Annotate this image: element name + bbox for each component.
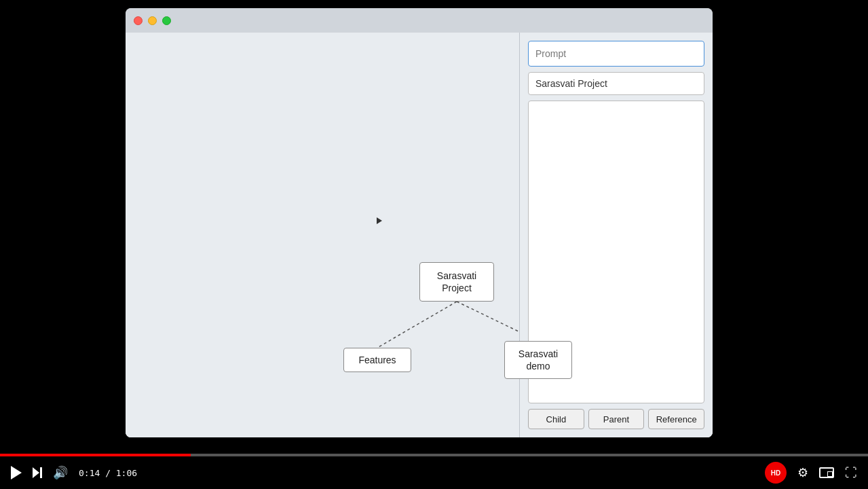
action-buttons: Child Parent Reference [528,409,704,429]
play-button[interactable] [11,466,22,479]
gear-icon: ⚙ [797,465,808,480]
skip-icon [33,467,42,478]
progress-fill [0,454,191,456]
svg-line-1 [457,302,519,341]
hd-badge[interactable]: HD [765,462,787,484]
video-container: SarasvatiProject Features Sarasvatidemo [0,0,868,489]
minimize-button[interactable] [148,16,157,25]
skip-triangle [33,467,39,478]
hd-circle: HD [765,462,787,484]
svg-line-0 [377,302,457,348]
skip-bar [40,467,42,478]
close-button[interactable] [134,16,143,25]
miniplayer-button[interactable] [819,467,834,478]
skip-button[interactable] [33,467,42,478]
video-frame: SarasvatiProject Features Sarasvatidemo [0,0,868,489]
maximize-button[interactable] [162,16,171,25]
prompt-input[interactable] [528,41,704,67]
time-display: 0:14 / 1:06 [79,468,137,478]
demo-node[interactable]: Sarasvatidemo [504,341,572,379]
demo-node-label: Sarasvatidemo [518,348,558,372]
settings-button[interactable]: ⚙ [797,465,808,480]
play-icon [11,466,22,479]
features-node[interactable]: Features [343,348,411,372]
diagram-area: SarasvatiProject Features Sarasvatidemo [126,33,519,437]
project-name-input[interactable] [528,72,704,95]
right-black-bar [742,0,868,440]
features-node-label: Features [358,354,396,366]
miniplayer-icon [819,467,834,478]
parent-button[interactable]: Parent [588,409,645,429]
left-black-bar [0,0,126,440]
title-bar [126,8,713,33]
hd-text: HD [771,469,780,477]
volume-icon: 🔊 [53,465,68,480]
video-controls: 🔊 0:14 / 1:06 HD ⚙ [0,454,868,489]
diagram-svg [126,33,519,437]
root-node-label: SarasvatiProject [437,270,476,294]
app-window: SarasvatiProject Features Sarasvatidemo [126,8,713,437]
app-content: SarasvatiProject Features Sarasvatidemo [126,33,713,437]
fullscreen-button[interactable]: ⛶ [845,466,857,480]
volume-button[interactable]: 🔊 [53,465,68,480]
controls-row: 🔊 0:14 / 1:06 HD ⚙ [0,456,868,489]
root-node[interactable]: SarasvatiProject [419,262,494,302]
child-button[interactable]: Child [528,409,584,429]
reference-button[interactable]: Reference [648,409,704,429]
progress-bar[interactable] [0,454,868,456]
fullscreen-icon: ⛶ [845,466,857,480]
miniscreen-inner [827,471,833,477]
